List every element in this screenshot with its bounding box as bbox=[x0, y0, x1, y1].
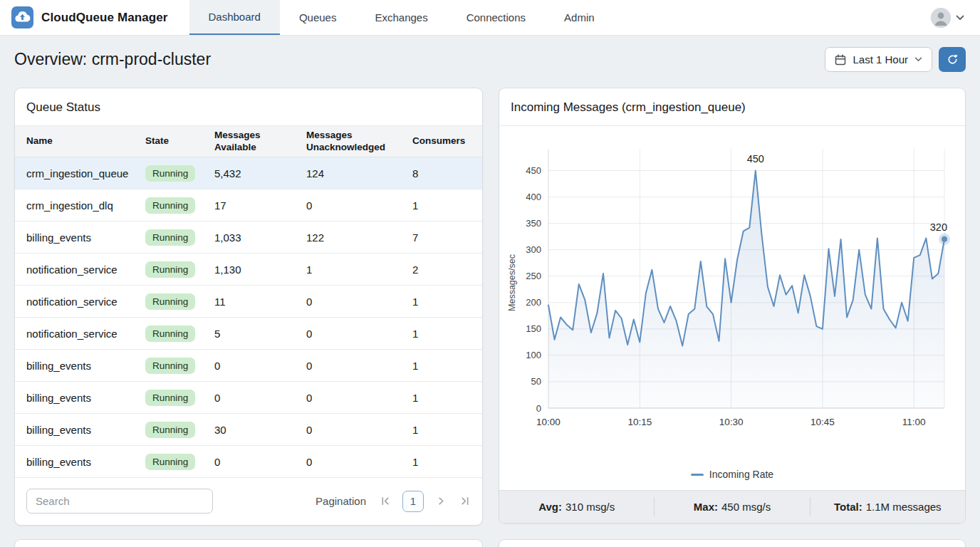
svg-text:300: 300 bbox=[526, 244, 541, 255]
queue-name: notification_service bbox=[26, 296, 145, 308]
state-cell: Running bbox=[145, 454, 214, 470]
messages-unacknowledged: 0 bbox=[306, 199, 412, 212]
svg-text:200: 200 bbox=[526, 297, 541, 308]
messages-available: 30 bbox=[214, 424, 306, 436]
app-title: CloudQueue Manager bbox=[41, 11, 168, 25]
search-input[interactable] bbox=[26, 489, 213, 514]
table-row[interactable]: billing_events Running 0 0 1 bbox=[15, 446, 482, 478]
column-header-name: Name bbox=[26, 135, 145, 147]
tab-dashboard[interactable]: Dashboard bbox=[189, 0, 280, 35]
calendar-icon bbox=[835, 54, 846, 66]
page-title: Overview: crm-prod-cluster bbox=[14, 50, 211, 69]
user-avatar[interactable] bbox=[931, 8, 951, 28]
nav-tabs: DashboardQueuesExchangesConnectionsAdmin bbox=[189, 0, 614, 35]
status-badge: Running bbox=[145, 358, 195, 374]
refresh-button[interactable] bbox=[939, 47, 966, 72]
first-page-icon[interactable] bbox=[379, 495, 392, 508]
below-fold-cards bbox=[0, 539, 980, 547]
stat-label: Total: bbox=[834, 501, 862, 513]
svg-text:450: 450 bbox=[747, 153, 764, 165]
time-range-button[interactable]: Last 1 Hour bbox=[825, 47, 932, 72]
queue-table-body: crm_ingestion_queue Running 5,432 124 8 … bbox=[15, 157, 482, 478]
state-cell: Running bbox=[145, 261, 214, 278]
state-cell: Running bbox=[145, 390, 214, 406]
current-page-button[interactable]: 1 bbox=[402, 491, 424, 512]
tab-admin[interactable]: Admin bbox=[545, 0, 614, 35]
messages-available: 1,033 bbox=[214, 231, 306, 244]
queue-status-card: Queue Status Name State Messages Availab… bbox=[14, 88, 483, 526]
svg-text:11:00: 11:00 bbox=[902, 417, 926, 427]
svg-text:10:30: 10:30 bbox=[719, 417, 744, 427]
chart-card-title: Incoming Messages (crm_ingestion_queue) bbox=[499, 88, 965, 126]
messages-available: 0 bbox=[214, 360, 306, 372]
incoming-messages-chart: 05010015020025030035040045010:0010:1510:… bbox=[504, 130, 960, 449]
queue-name: notification_service bbox=[26, 328, 145, 340]
state-cell: Running bbox=[145, 325, 214, 342]
svg-text:Messages/sec: Messages/sec bbox=[507, 254, 517, 311]
page-toolbar: Overview: crm-prod-cluster Last 1 Hour bbox=[0, 36, 980, 88]
messages-available: 0 bbox=[214, 456, 306, 468]
table-row[interactable]: notification_service Running 11 0 1 bbox=[15, 286, 482, 318]
stat-value: 310 msg/s bbox=[565, 501, 615, 513]
svg-text:150: 150 bbox=[526, 323, 541, 334]
svg-text:100: 100 bbox=[526, 350, 541, 360]
tab-exchanges[interactable]: Exchanges bbox=[355, 0, 447, 35]
stat-cell: Total: 1.1M messages bbox=[810, 497, 965, 516]
table-row[interactable]: billing_events Running 0 0 1 bbox=[15, 382, 482, 414]
status-badge: Running bbox=[145, 165, 195, 182]
messages-unacknowledged: 0 bbox=[306, 296, 412, 308]
status-badge: Running bbox=[145, 390, 195, 406]
svg-text:10:15: 10:15 bbox=[627, 417, 652, 427]
stat-value: 1.1M messages bbox=[866, 501, 942, 513]
status-badge: Running bbox=[145, 197, 195, 214]
consumers-count: 1 bbox=[412, 199, 471, 212]
tab-queues[interactable]: Queues bbox=[280, 0, 356, 35]
messages-available: 17 bbox=[214, 199, 306, 212]
table-row[interactable]: billing_events Running 0 0 1 bbox=[15, 350, 482, 382]
queue-name: billing_events bbox=[26, 424, 145, 436]
next-card-left-peek bbox=[14, 539, 483, 547]
svg-text:400: 400 bbox=[526, 192, 541, 202]
consumers-count: 1 bbox=[412, 328, 471, 340]
legend-line-swatch bbox=[691, 474, 704, 476]
queue-table-header: Name State Messages Available Messages U… bbox=[15, 126, 482, 157]
table-footer: Pagination 1 bbox=[15, 479, 482, 525]
time-range-chevron-down-icon bbox=[914, 57, 922, 62]
table-row[interactable]: notification_service Running 1,130 1 2 bbox=[15, 254, 482, 286]
messages-unacknowledged: 0 bbox=[306, 328, 412, 340]
navbar: CloudQueue Manager DashboardQueuesExchan… bbox=[0, 0, 980, 36]
user-menu-chevron-down-icon[interactable] bbox=[956, 15, 964, 21]
consumers-count: 8 bbox=[412, 167, 471, 179]
consumers-count: 1 bbox=[412, 296, 471, 308]
state-cell: Running bbox=[145, 165, 214, 182]
svg-text:10:00: 10:00 bbox=[536, 417, 561, 427]
state-cell: Running bbox=[145, 197, 214, 214]
state-cell: Running bbox=[145, 293, 214, 310]
svg-text:350: 350 bbox=[526, 218, 541, 229]
messages-available: 5 bbox=[214, 328, 306, 340]
next-page-icon[interactable] bbox=[434, 495, 447, 508]
queue-name: notification_service bbox=[26, 264, 145, 276]
messages-unacknowledged: 0 bbox=[306, 424, 412, 436]
stat-label: Avg: bbox=[538, 501, 562, 513]
stat-label: Max: bbox=[694, 501, 718, 513]
consumers-count: 1 bbox=[412, 424, 471, 436]
table-row[interactable]: billing_events Running 1,033 122 7 bbox=[15, 222, 482, 254]
status-badge: Running bbox=[145, 422, 195, 438]
messages-unacknowledged: 0 bbox=[306, 456, 412, 468]
last-page-icon[interactable] bbox=[458, 495, 471, 508]
queue-name: billing_events bbox=[26, 360, 145, 372]
table-row[interactable]: crm_ingestion_queue Running 5,432 124 8 bbox=[15, 157, 482, 189]
messages-available: 1,130 bbox=[214, 264, 306, 276]
column-header-available: Messages Available bbox=[214, 130, 306, 154]
messages-unacknowledged: 0 bbox=[306, 392, 412, 404]
table-row[interactable]: notification_service Running 5 0 1 bbox=[15, 318, 482, 350]
consumers-count: 7 bbox=[412, 231, 471, 244]
messages-unacknowledged: 122 bbox=[306, 231, 412, 244]
messages-available: 11 bbox=[214, 296, 306, 308]
table-row[interactable]: billing_events Running 30 0 1 bbox=[15, 414, 482, 446]
table-row[interactable]: crm_ingestion_dlq Running 17 0 1 bbox=[15, 189, 482, 222]
pagination: Pagination 1 bbox=[316, 491, 471, 512]
tab-connections[interactable]: Connections bbox=[447, 0, 545, 35]
status-badge: Running bbox=[145, 229, 195, 246]
